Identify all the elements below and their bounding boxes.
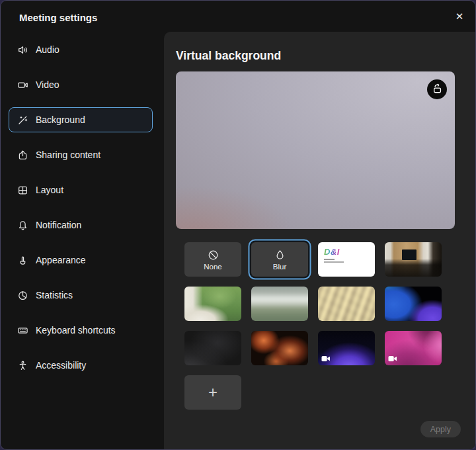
background-tile-dni-logo[interactable]: D&I: [318, 242, 375, 277]
sidebar-item-label: Sharing content: [36, 150, 100, 160]
mirror-view-button[interactable]: [427, 79, 447, 99]
background-tile-abstract-blue-purple[interactable]: [385, 287, 442, 321]
video-camera-badge-icon: [388, 355, 397, 362]
share-icon: [17, 150, 28, 161]
sidebar-item-label: Video: [36, 79, 60, 90]
sidebar-item-label: Appearance: [36, 255, 86, 265]
dni-logo-tagline: [324, 259, 335, 260]
layout-grid-icon: [17, 185, 28, 196]
sidebar-item-label: Statistics: [36, 290, 73, 300]
tile-label: Blur: [273, 263, 286, 271]
sidebar-item-label: Accessibility: [36, 360, 86, 371]
close-icon: ✕: [456, 11, 464, 22]
virtual-background-panel: Virtual background None Blur: [164, 32, 475, 449]
add-background-button[interactable]: +: [184, 375, 241, 410]
sidebar-item-label: Audio: [36, 44, 60, 55]
sidebar-item-background[interactable]: Background: [1, 107, 164, 139]
sidebar-item-sharing-content[interactable]: Sharing content: [1, 142, 164, 174]
tile-label: None: [204, 263, 222, 271]
thumbnail-image: [251, 287, 308, 321]
sidebar-item-appearance[interactable]: Appearance: [1, 248, 164, 279]
panel-title: Virtual background: [176, 49, 281, 63]
background-tile-window-light[interactable]: [318, 287, 375, 321]
office-tv-shape: [402, 249, 416, 260]
background-tile-purple-glow-video[interactable]: [318, 331, 375, 365]
sidebar-item-statistics[interactable]: Statistics: [1, 283, 164, 314]
sidebar-item-notification[interactable]: Notification: [1, 212, 164, 244]
sidebar-item-label: Background: [36, 114, 85, 125]
plus-icon: +: [208, 384, 218, 400]
dialog-title: Meeting settings: [19, 12, 97, 23]
meeting-settings-dialog: Meeting settings ✕ Audio Video: [0, 0, 476, 450]
prohibition-icon: [207, 249, 219, 261]
accessibility-icon: [17, 360, 28, 371]
background-tile-copper-lava[interactable]: [251, 331, 308, 365]
sidebar-item-label: Keyboard shortcuts: [36, 325, 116, 336]
background-tile-dark-waves[interactable]: [184, 331, 241, 365]
magic-wand-icon: [17, 114, 28, 126]
background-tile-office-room[interactable]: [385, 242, 442, 277]
sidebar-item-audio[interactable]: Audio: [1, 37, 164, 69]
background-tile-none[interactable]: None: [184, 242, 241, 277]
background-tile-grid: None Blur D&I: [184, 242, 442, 410]
close-button[interactable]: ✕: [450, 7, 469, 26]
flip-camera-icon: [431, 82, 444, 97]
pie-chart-icon: [17, 290, 28, 301]
keyboard-icon: [17, 325, 28, 336]
video-camera-badge-icon: [321, 355, 331, 362]
sidebar-item-video[interactable]: Video: [1, 72, 164, 104]
sidebar-item-layout[interactable]: Layout: [1, 177, 164, 209]
sidebar-item-label: Notification: [36, 220, 81, 230]
paint-brush-icon: [17, 255, 28, 266]
apply-button-label: Apply: [430, 425, 451, 434]
background-tile-blur[interactable]: Blur: [251, 242, 308, 277]
dni-logo-text: D&I: [324, 247, 340, 257]
settings-sidebar: Audio Video Background: [1, 34, 164, 449]
water-drop-icon: [274, 249, 286, 261]
apply-button[interactable]: Apply: [420, 421, 461, 437]
sidebar-item-accessibility[interactable]: Accessibility: [1, 353, 164, 384]
thumbnail-image: [318, 287, 375, 321]
background-tile-living-room[interactable]: [184, 287, 241, 321]
sidebar-item-keyboard-shortcuts[interactable]: Keyboard shortcuts: [1, 318, 164, 349]
background-tile-pink-waves-video[interactable]: [385, 331, 442, 365]
dni-logo-tagline: [324, 261, 344, 263]
camera-preview: [176, 71, 455, 229]
background-tile-blurred-mountains[interactable]: [251, 287, 308, 321]
camera-icon: [17, 79, 28, 91]
speaker-icon: [17, 44, 28, 56]
sidebar-item-label: Layout: [36, 185, 63, 195]
bell-icon: [17, 220, 28, 231]
